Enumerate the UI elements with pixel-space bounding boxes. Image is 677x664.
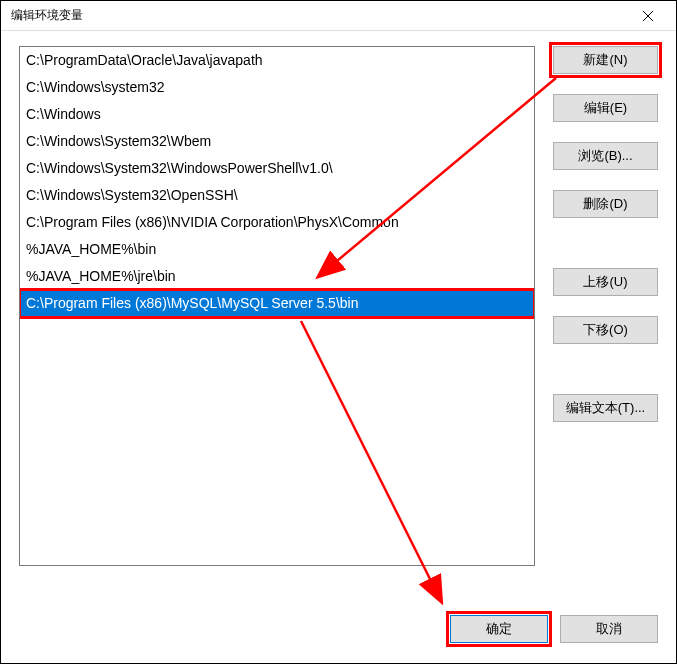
list-item[interactable]: %JAVA_HOME%\jre\bin (20, 263, 534, 290)
edit-text-button[interactable]: 编辑文本(T)... (553, 394, 658, 422)
side-button-column: 新建(N) 编辑(E) 浏览(B)... 删除(D) 上移(U) 下移(O) 编… (553, 46, 658, 647)
list-item[interactable]: C:\Windows\System32\OpenSSH\ (20, 182, 534, 209)
browse-button[interactable]: 浏览(B)... (553, 142, 658, 170)
list-item[interactable]: %JAVA_HOME%\bin (20, 236, 534, 263)
list-item[interactable]: C:\Windows\System32\WindowsPowerShell\v1… (20, 155, 534, 182)
bottom-button-row: 确定 取消 (450, 615, 658, 643)
titlebar: 编辑环境变量 (1, 1, 676, 31)
cancel-button[interactable]: 取消 (560, 615, 658, 643)
list-item[interactable]: C:\Windows\system32 (20, 74, 534, 101)
close-button[interactable] (628, 1, 668, 31)
list-item[interactable]: C:\ProgramData\Oracle\Java\javapath (20, 47, 534, 74)
delete-button[interactable]: 删除(D) (553, 190, 658, 218)
path-listbox[interactable]: C:\ProgramData\Oracle\Java\javapathC:\Wi… (19, 46, 535, 566)
list-item[interactable]: C:\Windows (20, 101, 534, 128)
dialog-content: C:\ProgramData\Oracle\Java\javapathC:\Wi… (1, 31, 676, 664)
new-button[interactable]: 新建(N) (553, 46, 658, 74)
list-item[interactable]: C:\Windows\System32\Wbem (20, 128, 534, 155)
move-down-button[interactable]: 下移(O) (553, 316, 658, 344)
move-up-button[interactable]: 上移(U) (553, 268, 658, 296)
dialog-title: 编辑环境变量 (11, 7, 628, 24)
ok-button[interactable]: 确定 (450, 615, 548, 643)
list-item[interactable]: C:\Program Files (x86)\MySQL\MySQL Serve… (20, 290, 534, 317)
edit-button[interactable]: 编辑(E) (553, 94, 658, 122)
close-icon (643, 11, 653, 21)
list-item[interactable]: C:\Program Files (x86)\NVIDIA Corporatio… (20, 209, 534, 236)
